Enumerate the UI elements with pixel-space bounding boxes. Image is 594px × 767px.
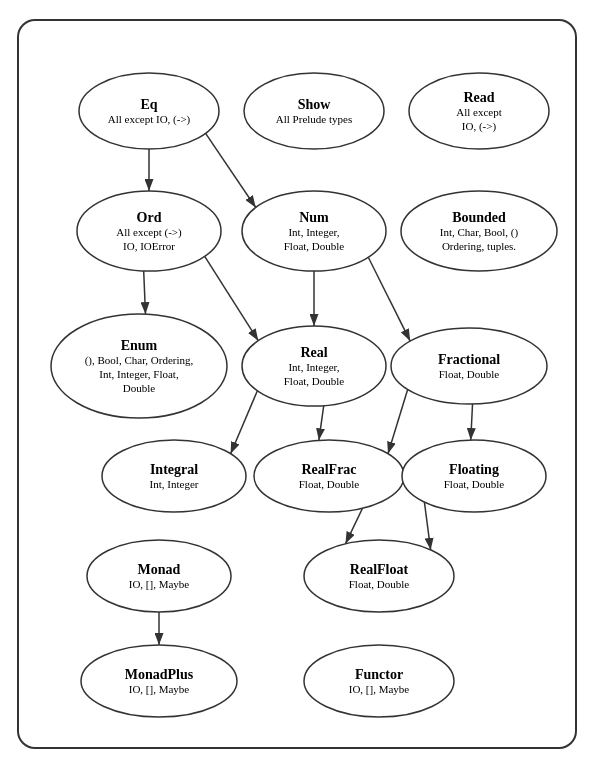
sublabel-monadplus-0: IO, [], Maybe	[129, 682, 190, 694]
label-enum: Enum	[121, 337, 158, 352]
sublabel-enum-2: Double	[123, 381, 156, 393]
label-realfrac: RealFrac	[301, 461, 356, 476]
label-ord: Ord	[137, 209, 162, 224]
sublabel-fractional-0: Float, Double	[439, 367, 500, 379]
arrow-realfrac-to-realfloat	[345, 508, 362, 544]
arrow-ord-to-real	[205, 256, 259, 340]
node-realfloat: RealFloatFloat, Double	[304, 540, 454, 612]
sublabel-read-1: IO, (->)	[462, 119, 497, 132]
arrow-fractional-to-realfrac	[388, 389, 408, 453]
node-read: ReadAll exceptIO, (->)	[409, 73, 549, 149]
label-monadplus: MonadPlus	[125, 666, 194, 681]
label-monad: Monad	[138, 561, 181, 576]
sublabel-enum-1: Int, Integer, Float,	[99, 367, 179, 379]
node-ord: OrdAll except (->)IO, IOError	[77, 191, 221, 271]
node-monadplus: MonadPlusIO, [], Maybe	[81, 645, 237, 717]
label-show: Show	[298, 96, 332, 111]
sublabel-num-0: Int, Integer,	[288, 225, 339, 237]
ellipse-enum	[51, 314, 227, 418]
node-monad: MonadIO, [], Maybe	[87, 540, 231, 612]
sublabel-real-0: Int, Integer,	[288, 360, 339, 372]
sublabel-ord-0: All except (->)	[116, 225, 182, 238]
node-realfrac: RealFracFloat, Double	[254, 440, 404, 512]
sublabel-functor-0: IO, [], Maybe	[349, 682, 410, 694]
sublabel-integral-0: Int, Integer	[150, 477, 199, 489]
label-functor: Functor	[355, 666, 403, 681]
sublabel-realfrac-0: Float, Double	[299, 477, 360, 489]
label-num: Num	[299, 209, 329, 224]
sublabel-bounded-0: Int, Char, Bool, ()	[440, 225, 519, 238]
arrow-floating-to-realfloat	[424, 502, 430, 550]
arrow-real-to-integral	[231, 390, 258, 453]
sublabel-show-0: All Prelude types	[276, 112, 352, 124]
sublabel-bounded-1: Ordering, tuples.	[442, 239, 516, 251]
node-enum: Enum(), Bool, Char, Ordering,Int, Intege…	[51, 314, 227, 418]
node-floating: FloatingFloat, Double	[402, 440, 546, 512]
sublabel-enum-0: (), Bool, Char, Ordering,	[85, 353, 194, 366]
node-eq: EqAll except IO, (->)	[79, 73, 219, 149]
label-read: Read	[463, 89, 494, 104]
node-functor: FunctorIO, [], Maybe	[304, 645, 454, 717]
sublabel-ord-1: IO, IOError	[123, 239, 175, 251]
arrow-fractional-to-floating	[471, 403, 473, 439]
label-floating: Floating	[449, 461, 499, 476]
node-bounded: BoundedInt, Char, Bool, ()Ordering, tupl…	[401, 191, 557, 271]
arrow-real-to-realfrac	[319, 405, 324, 440]
sublabel-realfloat-0: Float, Double	[349, 577, 410, 589]
diagram-svg: EqAll except IO, (->)ShowAll Prelude typ…	[19, 21, 575, 747]
sublabel-monad-0: IO, [], Maybe	[129, 577, 190, 589]
label-fractional: Fractional	[438, 351, 500, 366]
arrow-ord-to-enum	[144, 270, 146, 313]
sublabel-floating-0: Float, Double	[444, 477, 505, 489]
label-real: Real	[300, 344, 327, 359]
sublabel-real-1: Float, Double	[284, 374, 345, 386]
sublabel-eq-0: All except IO, (->)	[108, 112, 191, 125]
node-num: NumInt, Integer,Float, Double	[242, 191, 386, 271]
node-real: RealInt, Integer,Float, Double	[242, 326, 386, 406]
arrow-num-to-fractional	[368, 257, 410, 341]
label-eq: Eq	[140, 96, 157, 111]
arrow-eq-to-num	[206, 133, 256, 207]
node-integral: IntegralInt, Integer	[102, 440, 246, 512]
label-realfloat: RealFloat	[350, 561, 409, 576]
sublabel-num-1: Float, Double	[284, 239, 345, 251]
node-show: ShowAll Prelude types	[244, 73, 384, 149]
node-fractional: FractionalFloat, Double	[391, 328, 547, 404]
label-bounded: Bounded	[452, 209, 506, 224]
sublabel-read-0: All except	[456, 105, 502, 117]
label-integral: Integral	[150, 461, 198, 476]
diagram-container: EqAll except IO, (->)ShowAll Prelude typ…	[17, 19, 577, 749]
